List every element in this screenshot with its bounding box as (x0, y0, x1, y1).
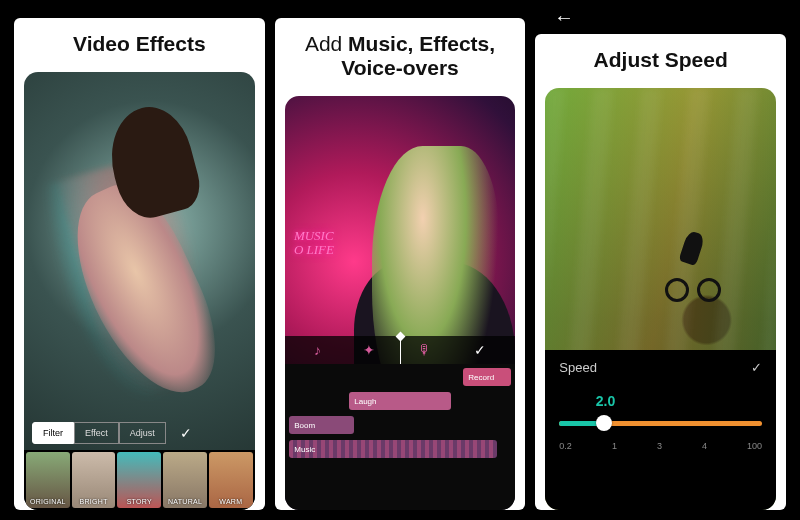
track-laugh[interactable]: Laugh (349, 392, 450, 410)
tick: 4 (702, 441, 707, 451)
panel-video-effects: Video Effects Filter Effect Adjust ✓ ORI… (14, 18, 265, 510)
tab-adjust[interactable]: Adjust (119, 422, 166, 444)
heading-music-effects: Add Music, Effects, Voice-overs (275, 18, 526, 86)
confirm-effects-icon[interactable]: ✓ (180, 425, 192, 441)
confirm-audio-icon[interactable]: ✓ (474, 342, 486, 358)
filter-label: STORY (127, 498, 152, 508)
neon-sign: MUSIC O LIFE (294, 229, 334, 258)
track-music[interactable]: Music (289, 440, 497, 458)
heading-light: Add (305, 32, 348, 55)
effect-star-icon[interactable]: ✦ (363, 342, 375, 358)
slider-thumb[interactable] (596, 415, 612, 431)
filter-label: NATURAL (168, 498, 202, 508)
music-note-icon[interactable]: ♪ (314, 342, 321, 358)
slider-ticks: 0.2 1 3 4 100 (559, 441, 762, 451)
tab-effect[interactable]: Effect (74, 422, 119, 444)
speed-value: 2.0 (596, 393, 762, 409)
heading-bold: Music, Effects, Voice-overs (341, 32, 495, 79)
neon-line1: MUSIC (294, 229, 334, 243)
heading-adjust-speed: Adjust Speed (535, 34, 786, 78)
speed-slider[interactable] (559, 415, 762, 431)
tab-filter[interactable]: Filter (32, 422, 74, 444)
tick: 3 (657, 441, 662, 451)
panel-music-effects: Add Music, Effects, Voice-overs MUSIC O … (275, 18, 526, 510)
effect-tab-row: Filter Effect Adjust ✓ (32, 422, 192, 444)
preview-music: MUSIC O LIFE ♪ ✦ 🎙 ✓ Record Laugh Boom M… (285, 96, 516, 510)
filter-label: BRIGHT (79, 498, 107, 508)
cyclist-silhouette (665, 232, 725, 302)
track-record[interactable]: Record (463, 368, 511, 386)
tick: 100 (747, 441, 762, 451)
filter-thumb-story[interactable]: STORY (117, 452, 161, 508)
tick: 1 (612, 441, 617, 451)
preview-video-effects: Filter Effect Adjust ✓ ORIGINAL BRIGHT S… (24, 72, 255, 510)
tick: 0.2 (559, 441, 572, 451)
filter-label: WARM (219, 498, 242, 508)
filter-thumb-bright[interactable]: BRIGHT (72, 452, 116, 508)
timeline-tracks: Record Laugh Boom Music (285, 364, 516, 510)
filter-thumb-warm[interactable]: WARM (209, 452, 253, 508)
back-icon[interactable]: ← (554, 6, 574, 29)
confirm-speed-icon[interactable]: ✓ (751, 360, 762, 375)
track-boom[interactable]: Boom (289, 416, 354, 434)
filter-thumb-natural[interactable]: NATURAL (163, 452, 207, 508)
panels-row: Video Effects Filter Effect Adjust ✓ ORI… (0, 0, 800, 520)
heading-video-effects: Video Effects (14, 18, 265, 62)
neon-line2: O LIFE (294, 243, 334, 257)
speed-header: Speed ✓ (559, 360, 762, 375)
filter-thumb-original[interactable]: ORIGINAL (26, 452, 70, 508)
speed-label: Speed (559, 360, 597, 375)
filter-thumb-row: ORIGINAL BRIGHT STORY NATURAL WARM (24, 450, 255, 510)
filter-label: ORIGINAL (30, 498, 66, 508)
microphone-icon[interactable]: 🎙 (418, 342, 432, 358)
speed-controls: Speed ✓ 2.0 0.2 1 3 4 100 (545, 350, 776, 510)
preview-speed: Speed ✓ 2.0 0.2 1 3 4 100 (545, 88, 776, 510)
panel-adjust-speed: Adjust Speed Speed ✓ 2.0 (535, 34, 786, 510)
